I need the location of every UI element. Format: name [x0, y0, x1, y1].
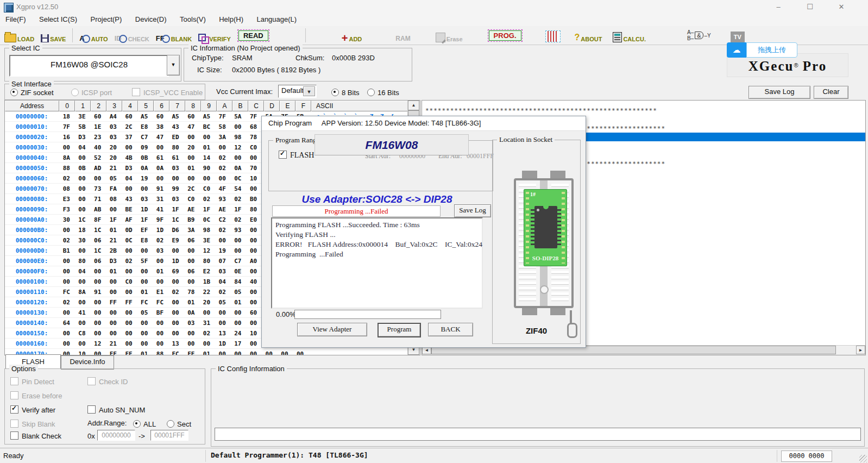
hex-byte[interactable]: 78: [246, 134, 261, 141]
hex-byte[interactable]: 08: [105, 196, 121, 203]
hex-byte[interactable]: 00: [74, 320, 90, 327]
hex-byte[interactable]: 13: [168, 340, 184, 347]
hex-byte[interactable]: 37: [121, 134, 137, 141]
hex-byte[interactable]: 06: [183, 268, 199, 275]
hex-byte[interactable]: 60: [246, 309, 261, 316]
hex-byte[interactable]: 0C: [121, 237, 137, 244]
hex-byte[interactable]: 1C: [90, 247, 105, 254]
hex-byte[interactable]: 00: [121, 268, 137, 275]
hex-byte[interactable]: 17: [230, 340, 246, 347]
blank-button[interactable]: FF BLANK: [156, 28, 192, 42]
load-button[interactable]: LOAD: [4, 28, 34, 42]
hex-byte[interactable]: 00: [74, 175, 90, 182]
hex-byte[interactable]: 00: [183, 330, 199, 337]
hex-byte[interactable]: 02: [59, 299, 74, 306]
hex-byte[interactable]: E3: [59, 196, 74, 203]
hex-byte[interactable]: 1F: [230, 206, 246, 213]
ic-combobox-dropdown[interactable]: ▼: [167, 55, 180, 76]
hex-byte[interactable]: 02: [59, 237, 74, 244]
hex-byte[interactable]: 00: [136, 185, 152, 192]
view-adapter-button[interactable]: View Adapter: [297, 323, 367, 336]
hex-byte[interactable]: AF: [121, 216, 137, 223]
hex-byte[interactable]: 3E: [74, 113, 90, 120]
hex-byte[interactable]: 00: [121, 247, 137, 254]
hex-byte[interactable]: 1D: [136, 206, 152, 213]
hex-byte[interactable]: 06: [90, 258, 105, 265]
hex-byte[interactable]: 00: [136, 268, 152, 275]
hex-byte[interactable]: 00: [74, 185, 90, 192]
hex-byte[interactable]: 0A: [230, 165, 246, 172]
hex-byte[interactable]: 02: [215, 289, 230, 296]
scroll-right-icon[interactable]: ►: [856, 346, 865, 354]
hex-byte[interactable]: FC: [136, 299, 152, 306]
hex-byte[interactable]: 12: [199, 247, 215, 254]
hex-byte[interactable]: 00: [215, 351, 230, 355]
auto-sn-checkbox[interactable]: Auto SN_NUM: [87, 405, 145, 415]
scroll-up-icon[interactable]: ▲: [408, 101, 419, 110]
hex-byte[interactable]: 00: [168, 309, 184, 316]
hex-byte[interactable]: 20: [105, 144, 121, 151]
hex-byte[interactable]: 00: [121, 144, 137, 151]
hex-byte[interactable]: 31: [199, 320, 215, 327]
hex-byte[interactable]: 00: [121, 330, 137, 337]
resize-grip[interactable]: [859, 455, 867, 462]
hex-byte[interactable]: 43: [121, 196, 137, 203]
chip-button[interactable]: [545, 28, 561, 42]
about-button[interactable]: ? ABOUT: [575, 28, 602, 42]
hex-byte[interactable]: AE: [183, 206, 199, 213]
hex-byte[interactable]: 08: [59, 185, 74, 192]
hex-byte[interactable]: 1C: [90, 227, 105, 234]
hex-byte[interactable]: 00: [74, 299, 90, 306]
hex-byte[interactable]: 00: [136, 340, 152, 347]
hex-byte[interactable]: 61: [152, 154, 168, 161]
hex-byte[interactable]: 00: [246, 351, 261, 355]
hex-byte[interactable]: 00: [90, 320, 105, 327]
hex-byte[interactable]: 0C: [230, 175, 246, 182]
hex-byte[interactable]: 00: [183, 134, 199, 141]
hex-byte[interactable]: FE: [183, 351, 199, 355]
menu-file[interactable]: File(F): [0, 14, 32, 24]
hex-byte[interactable]: 38: [152, 123, 168, 130]
dialog-title-bar[interactable]: Chip Program APP Version: 12.50 Device M…: [262, 116, 586, 131]
tv-button[interactable]: TV: [731, 28, 745, 42]
hex-byte[interactable]: 01: [199, 144, 215, 151]
hex-byte[interactable]: 00: [90, 278, 105, 285]
hex-byte[interactable]: C7: [230, 258, 246, 265]
hex-byte[interactable]: 00: [152, 144, 168, 151]
hex-byte[interactable]: 00: [246, 227, 261, 234]
hex-byte[interactable]: 19: [136, 175, 152, 182]
hex-byte[interactable]: 98: [230, 134, 246, 141]
hex-byte[interactable]: 00: [261, 351, 277, 355]
hex-byte[interactable]: 30: [74, 237, 90, 244]
bits8-radio[interactable]: 8 Bits: [331, 87, 360, 97]
clear-button[interactable]: Clear: [814, 86, 848, 99]
bits16-radio[interactable]: 16 Bits: [367, 87, 399, 97]
hex-byte[interactable]: 00: [215, 320, 230, 327]
verify-button[interactable]: VERIFY: [198, 28, 231, 42]
hex-byte[interactable]: 1F: [136, 216, 152, 223]
hex-byte[interactable]: 00: [59, 309, 74, 316]
hex-byte[interactable]: 31: [152, 196, 168, 203]
hex-byte[interactable]: 91: [152, 185, 168, 192]
hex-byte[interactable]: 00: [246, 289, 261, 296]
hex-byte[interactable]: C0: [121, 278, 137, 285]
hex-byte[interactable]: 00: [105, 309, 121, 316]
hex-byte[interactable]: 01: [183, 165, 199, 172]
hex-byte[interactable]: 00: [199, 134, 215, 141]
hex-byte[interactable]: 00: [90, 175, 105, 182]
hex-byte[interactable]: 04: [74, 268, 90, 275]
hex-byte[interactable]: B9: [183, 216, 199, 223]
hex-byte[interactable]: 41: [74, 309, 90, 316]
hex-byte[interactable]: 04: [74, 144, 90, 151]
hex-byte[interactable]: 01: [136, 351, 152, 355]
hex-byte[interactable]: 00: [152, 340, 168, 347]
range-from-input[interactable]: 00000000: [97, 430, 135, 441]
hex-byte[interactable]: 00: [59, 268, 74, 275]
hex-byte[interactable]: 00: [183, 154, 199, 161]
hex-byte[interactable]: 03: [168, 165, 184, 172]
log-line[interactable]: ****************************************…: [425, 107, 657, 114]
hex-byte[interactable]: 00: [74, 340, 90, 347]
hex-byte[interactable]: 20: [199, 299, 215, 306]
hex-byte[interactable]: 58: [215, 123, 230, 130]
hex-byte[interactable]: 00: [215, 309, 230, 316]
